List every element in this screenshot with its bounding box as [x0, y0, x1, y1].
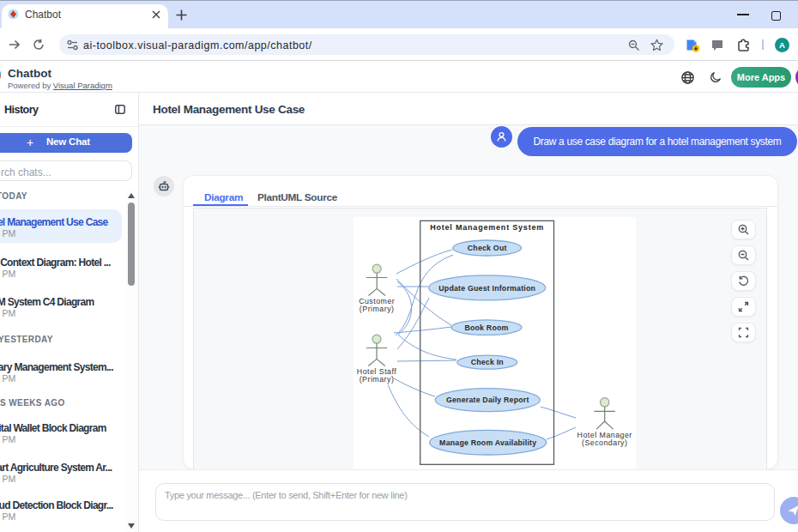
svg-text:(Secondary): (Secondary): [582, 438, 627, 447]
svg-text:Generate Daily Report: Generate Daily Report: [446, 396, 529, 404]
svg-text:Update Guest Information: Update Guest Information: [438, 284, 535, 293]
svg-text:Hotel Management System: Hotel Management System: [430, 223, 544, 232]
svg-text:Book Room: Book Room: [464, 323, 508, 332]
svg-text:Check Out: Check Out: [468, 244, 507, 252]
svg-text:(Primary): (Primary): [360, 305, 395, 313]
svg-text:Manage Room Availability: Manage Room Availability: [439, 438, 536, 447]
svg-text:(Primary): (Primary): [360, 375, 395, 384]
svg-text:Check In: Check In: [471, 358, 504, 366]
